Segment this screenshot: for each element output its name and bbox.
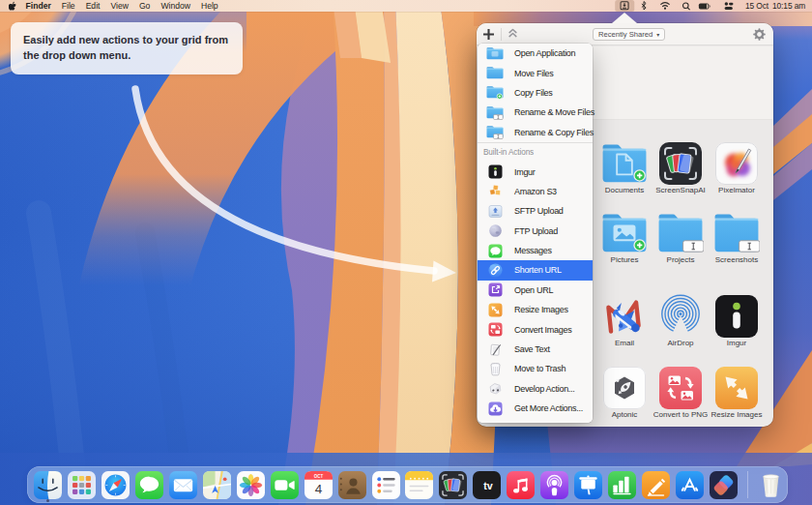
grid-item-label: Projects: [652, 255, 709, 264]
dock-messages[interactable]: [132, 466, 166, 503]
dock-trash[interactable]: [754, 466, 788, 503]
menu-item-develop-action[interactable]: Develop Action...: [478, 379, 593, 399]
gear-icon: [753, 28, 766, 41]
add-action-button[interactable]: [480, 24, 497, 44]
openurl-icon: [486, 282, 504, 298]
grid-item-imgur[interactable]: Imgur: [709, 293, 765, 355]
folder-plus-icon: [486, 85, 504, 101]
dock-pages[interactable]: [639, 466, 673, 503]
menubar-menu-edit[interactable]: Edit: [80, 0, 105, 12]
develop-icon: [486, 381, 504, 397]
menu-item-label: Develop Action...: [514, 384, 574, 394]
apple-menu-icon[interactable]: [4, 1, 20, 11]
dock-shortcuts[interactable]: [707, 466, 740, 503]
folder-rename-icon: [486, 125, 504, 140]
finder-icon: [34, 471, 62, 499]
dock-finder[interactable]: [31, 466, 65, 503]
dock-facetime[interactable]: [268, 466, 302, 503]
reminders-icon: [372, 471, 400, 499]
grid-item-pixelmator[interactable]: Pixelmator: [709, 140, 765, 202]
menu-item-amazon-s3[interactable]: Amazon S3: [478, 182, 593, 201]
grid-item-convert-to-png[interactable]: Convert to PNG: [652, 365, 709, 427]
grid-item-pictures[interactable]: Pictures: [596, 210, 652, 272]
battery-icon[interactable]: [693, 0, 716, 12]
bluetooth-icon[interactable]: [636, 0, 652, 12]
menu-item-sftp-upload[interactable]: SFTP Upload: [478, 201, 593, 221]
menu-item-ftp-upload[interactable]: FTP Upload: [478, 222, 593, 241]
podcasts-icon: [540, 471, 568, 499]
tooltip-callout: Easily add new actions to your grid from…: [11, 22, 243, 74]
menu-item-messages[interactable]: Messages: [478, 241, 593, 260]
folder-field-icon: [713, 210, 760, 256]
dock-numbers[interactable]: [605, 466, 639, 503]
menu-item-move-to-trash[interactable]: Move to Trash: [478, 359, 593, 378]
menu-item-label: Messages: [514, 246, 552, 255]
dock-photos[interactable]: [234, 466, 268, 503]
menu-item-convert-images[interactable]: Convert Images: [478, 319, 593, 339]
menubar-time[interactable]: 10:15 am: [772, 0, 805, 12]
grid-item-projects[interactable]: Projects: [652, 210, 709, 272]
menu-item-open-url[interactable]: Open URL: [478, 281, 593, 300]
menu-item-move-files[interactable]: Move Files: [478, 63, 593, 82]
folder-pictures-icon: [601, 210, 648, 256]
grid-item-email[interactable]: Email: [596, 293, 652, 355]
settings-button[interactable]: [753, 27, 767, 41]
dock-reminders[interactable]: [369, 466, 403, 503]
dropzone-menubar-icon[interactable]: [615, 0, 634, 12]
menu-item-label: Imgur: [514, 167, 536, 177]
menu-item-shorten-url[interactable]: Shorten URL: [478, 260, 593, 280]
dock-calendar[interactable]: OCT 4: [302, 466, 335, 503]
dock-screensnapai[interactable]: [436, 466, 470, 503]
menubar-menu-window[interactable]: Window: [156, 0, 196, 12]
menu-item-label: Rename & Move Files: [514, 107, 594, 117]
menu-item-rename-copy-files[interactable]: Rename & Copy Files: [478, 123, 593, 142]
dock-music[interactable]: [504, 466, 537, 503]
messages-icon: [135, 471, 163, 499]
running-indicator: [46, 499, 49, 502]
dock-launchpad[interactable]: [65, 466, 99, 503]
dropdown-caret-icon: ▾: [656, 31, 659, 38]
control-center-icon[interactable]: [719, 0, 739, 12]
menu-item-rename-move-files[interactable]: Rename & Move Files: [478, 103, 593, 122]
grid-item-resize-images[interactable]: Resize Images: [709, 365, 765, 427]
menubar-menu-file[interactable]: File: [56, 0, 80, 12]
menubar-menu-view[interactable]: View: [105, 0, 133, 12]
menubar-date[interactable]: 15 Oct: [745, 0, 768, 12]
menu-item-resize-images[interactable]: Resize Images: [478, 300, 593, 319]
grid-item-screenshots[interactable]: Screenshots: [709, 210, 765, 272]
menu-item-label: Save Text: [514, 344, 550, 354]
dock-contacts[interactable]: [335, 466, 369, 503]
savetext-icon: [486, 342, 504, 357]
dock-safari[interactable]: [99, 466, 132, 503]
grid-item-documents[interactable]: Documents: [596, 140, 652, 202]
screensnap-icon: [657, 140, 704, 187]
grid-item-screensnapai[interactable]: ScreenSnapAI: [652, 140, 709, 202]
grid-item-label: AirDrop: [652, 339, 709, 347]
dock-mail[interactable]: [166, 466, 200, 503]
dock-separator: [747, 471, 748, 498]
menubar-menu-help[interactable]: Help: [195, 0, 223, 12]
menu-item-get-more-actions[interactable]: Get More Actions...: [478, 399, 593, 418]
dock-maps[interactable]: [200, 466, 234, 503]
menu-item-imgur[interactable]: Imgur: [478, 162, 593, 181]
dock-app-store[interactable]: [673, 466, 707, 503]
dock-podcasts[interactable]: [537, 466, 571, 503]
menubar-menu-finder[interactable]: Finder: [20, 0, 56, 12]
grid-item-label: Screenshots: [709, 255, 765, 264]
menubar-menu-go[interactable]: Go: [133, 0, 155, 12]
grid-item-aptonic[interactable]: Aptonic: [596, 365, 652, 427]
dock-tv[interactable]: tv: [470, 466, 504, 503]
collapse-button[interactable]: [507, 26, 521, 42]
dock-notes[interactable]: [402, 466, 436, 503]
recently-shared-dropdown[interactable]: Recently Shared ▾: [593, 28, 665, 41]
menu-item-open-application[interactable]: Open Application: [478, 44, 593, 63]
menu-item-label: Resize Images: [514, 305, 568, 314]
menu-item-label: Copy Files: [514, 88, 553, 98]
folder-documents-icon: [601, 140, 648, 187]
menu-item-save-text[interactable]: Save Text: [478, 340, 593, 359]
s3-icon: [486, 184, 504, 199]
dock-keynote[interactable]: [571, 466, 605, 503]
grid-item-airdrop[interactable]: AirDrop: [652, 293, 709, 355]
wifi-icon[interactable]: [655, 0, 676, 12]
menu-item-copy-files[interactable]: Copy Files: [478, 83, 593, 103]
